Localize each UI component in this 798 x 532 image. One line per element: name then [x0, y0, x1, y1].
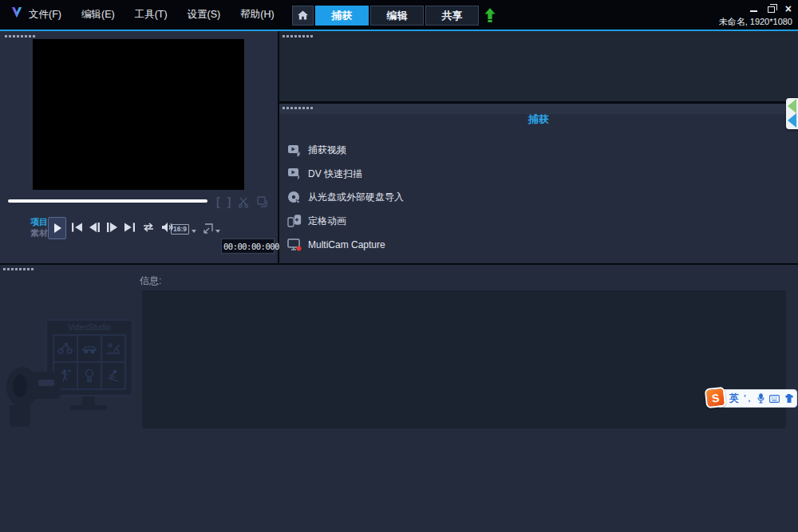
enlarge-preview-icon[interactable] — [202, 223, 213, 234]
ime-punctuation-toggle[interactable]: ’， — [744, 393, 753, 404]
aspect-ratio-badge[interactable]: 16:9 — [171, 224, 189, 234]
main-area: [ ] 项目 素材 — [0, 31, 798, 263]
ime-logo[interactable]: S — [705, 387, 726, 408]
enlarge-dropdown-icon[interactable] — [215, 230, 220, 233]
panel-drag-handle[interactable] — [282, 35, 313, 37]
player-panel: [ ] 项目 素材 — [0, 31, 278, 263]
capture-item-label: MultiCam Capture — [308, 239, 385, 250]
library-panel — [279, 31, 798, 101]
ime-mic-icon[interactable] — [757, 393, 764, 404]
home-icon — [298, 9, 308, 23]
next-frame-icon[interactable] — [107, 223, 117, 232]
watermark-car-icon — [77, 335, 101, 362]
restore-button[interactable] — [768, 6, 775, 13]
watermark-bike-icon — [53, 335, 77, 362]
watermark-balloon-icon — [77, 362, 101, 389]
titlebar: 文件(F) 编辑(E) 工具(T) 设置(S) 帮助(H) 捕获 编辑 共享 × — [0, 0, 798, 30]
tab-edit[interactable]: 编辑 — [370, 6, 424, 26]
panel-drag-handle[interactable] — [282, 107, 313, 109]
watermark-camcorder-slot — [38, 380, 54, 386]
info-label: 信息: — [140, 274, 161, 288]
watermark-thumbnail-grid — [53, 334, 126, 390]
watermark-camcorder-grip — [10, 405, 30, 427]
menu-edit[interactable]: 编辑(E) — [81, 8, 115, 22]
close-button[interactable]: × — [785, 5, 792, 13]
capture-item-label: 从光盘或外部硬盘导入 — [308, 191, 404, 204]
watermark-monitor-base — [70, 405, 107, 410]
mark-out-icon[interactable]: ] — [227, 195, 231, 208]
panel-drag-handle[interactable] — [5, 35, 35, 37]
go-end-icon[interactable] — [124, 223, 135, 232]
videostudio-logo-icon — [10, 6, 24, 22]
slide-out-handle[interactable] — [786, 98, 798, 129]
cut-scissors-icon[interactable] — [238, 196, 250, 208]
go-start-icon[interactable] — [72, 223, 82, 232]
window-controls: × — [750, 5, 792, 13]
transport-controls — [72, 223, 173, 232]
menu-bar: 文件(F) 编辑(E) 工具(T) 设置(S) 帮助(H) — [29, 0, 275, 30]
tab-capture[interactable]: 捕获 — [315, 6, 369, 26]
play-button[interactable] — [48, 217, 66, 239]
disc-import-icon — [286, 191, 302, 204]
home-tab[interactable] — [292, 6, 314, 26]
timecode-field[interactable]: 00:00:00:000 — [221, 238, 275, 254]
capture-item-label: 捕获视频 — [308, 144, 346, 157]
disc-import-item[interactable]: 从光盘或外部硬盘导入 — [286, 186, 404, 210]
capture-item-label: 定格动画 — [308, 215, 346, 228]
stop-motion-icon — [286, 215, 302, 227]
ime-toolbar: S 英 ’， — [705, 388, 798, 409]
preview-screen — [33, 39, 244, 190]
capture-video-item[interactable]: 捕获视频 — [286, 139, 404, 163]
watermark-monitor-neck — [82, 396, 95, 405]
loop-icon[interactable] — [142, 223, 155, 232]
upgrade-arrow-icon[interactable] — [484, 8, 496, 23]
split-clip-icon[interactable] — [257, 196, 268, 207]
trim-controls: [ ] — [216, 195, 268, 208]
watermark-ski-icon — [101, 362, 125, 389]
stop-motion-item[interactable]: 定格动画 — [286, 210, 404, 234]
ime-language-toggle[interactable]: 英 — [729, 392, 739, 405]
capture-video-icon — [286, 144, 302, 157]
dv-quick-scan-item[interactable]: DV 快速扫描 — [286, 163, 404, 187]
chevron-left-blue-icon — [788, 113, 796, 128]
info-display-box — [142, 290, 786, 428]
capture-options-panel: 捕获 捕获视频 DV 快速扫描 — [279, 104, 798, 263]
videostudio-watermark: VideoStudio — [0, 311, 144, 427]
minimize-button[interactable] — [750, 6, 757, 12]
watermark-beach-icon — [101, 335, 125, 362]
timecode-value: 00:00:00:000 — [223, 242, 279, 251]
tab-share[interactable]: 共享 — [425, 6, 479, 26]
app-window: 文件(F) 编辑(E) 工具(T) 设置(S) 帮助(H) 捕获 编辑 共享 × — [0, 0, 798, 532]
ime-keyboard-icon[interactable] — [769, 395, 780, 403]
capture-item-label: DV 快速扫描 — [308, 167, 362, 181]
ime-skin-icon[interactable] — [784, 394, 794, 403]
menu-file[interactable]: 文件(F) — [29, 8, 61, 22]
menu-tools[interactable]: 工具(T) — [135, 8, 168, 22]
ime-bar: 英 ’， — [717, 389, 797, 408]
chevron-left-green-icon — [788, 99, 796, 113]
watermark-brand: VideoStudio — [47, 323, 132, 332]
panel-drag-handle[interactable] — [3, 268, 34, 270]
display-options: 16:9 — [171, 223, 220, 234]
multicam-capture-icon — [286, 238, 302, 251]
workspace-tabs: 捕获 编辑 共享 — [292, 6, 496, 26]
capture-panel-title: 捕获 — [279, 112, 798, 127]
mark-in-icon[interactable]: [ — [216, 195, 220, 208]
menu-settings[interactable]: 设置(S) — [188, 8, 221, 22]
dv-quick-scan-icon — [286, 167, 302, 180]
menu-help[interactable]: 帮助(H) — [240, 8, 274, 22]
capture-options-list: 捕获视频 DV 快速扫描 从光盘或外部硬盘导入 — [286, 139, 404, 257]
scrubber-bar[interactable] — [8, 199, 207, 203]
document-info: 未命名, 1920*1080 — [719, 16, 792, 28]
prev-frame-icon[interactable] — [89, 223, 100, 232]
multicam-capture-item[interactable]: MultiCam Capture — [286, 233, 404, 257]
aspect-dropdown-icon[interactable] — [192, 230, 196, 233]
info-panel: 信息: VideoStudio — [0, 263, 798, 532]
accent-divider — [0, 30, 798, 31]
